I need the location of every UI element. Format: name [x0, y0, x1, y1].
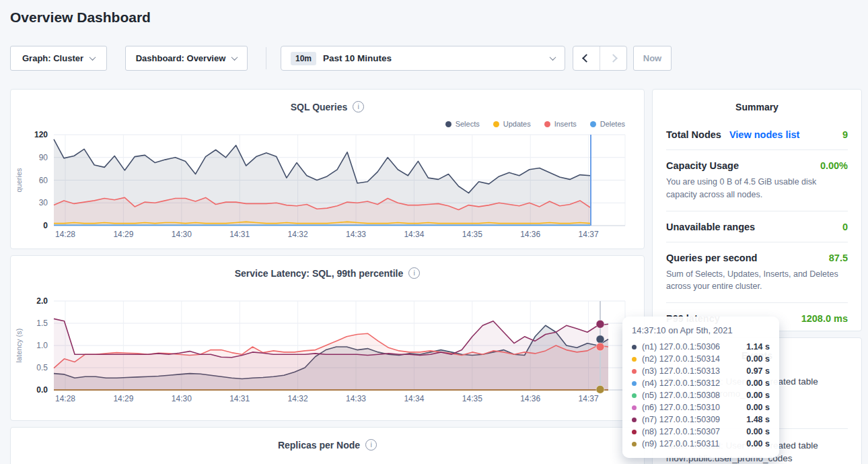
legend-item-deletes[interactable]: Deletes [590, 120, 625, 128]
legend-item-inserts[interactable]: Inserts [544, 120, 577, 128]
node-color-dot [632, 430, 637, 434]
chart-title-sql-queries: SQL Queries [291, 102, 348, 112]
legend-item-updates[interactable]: Updates [493, 120, 531, 128]
chart-title-replicas-per-node: Replicas per Node [278, 440, 360, 451]
time-range-label: Past 10 Minutes [323, 53, 392, 63]
legend-dot-inserts [544, 121, 550, 127]
svg-text:1.5: 1.5 [36, 319, 48, 328]
dashboard-dropdown-label: Dashboard: Overview [136, 53, 226, 63]
unavailable-ranges-value: 0 [842, 222, 848, 232]
view-nodes-list-link[interactable]: View nodes list [729, 129, 800, 140]
chevron-left-icon [582, 54, 591, 63]
svg-text:0.0: 0.0 [36, 385, 48, 395]
legend-label: Updates [503, 120, 531, 128]
svg-text:0: 0 [43, 221, 48, 230]
node-latency-value: 0.00 s [746, 378, 770, 388]
node-color-dot [632, 418, 637, 422]
node-latency-value: 1.48 s [746, 415, 770, 424]
graph-dropdown-label: Graph: Cluster [22, 53, 83, 63]
svg-text:14:30: 14:30 [172, 394, 192, 403]
svg-text:0.5: 0.5 [36, 363, 48, 372]
node-latency-value: 0.00 s [746, 354, 770, 364]
svg-text:90: 90 [39, 153, 48, 162]
svg-text:14:32: 14:32 [288, 394, 308, 403]
node-address: (n8) 127.0.0.1:50307 [642, 427, 720, 436]
time-next-button[interactable] [600, 46, 626, 70]
node-latency-value: 0.00 s [746, 427, 770, 436]
svg-text:14:34: 14:34 [404, 394, 424, 403]
chart-hover-tooltip: 14:37:10 on Apr 5th, 2021 (n1) 127.0.0.1… [622, 317, 779, 458]
svg-text:14:31: 14:31 [229, 230, 250, 239]
legend-label: Selects [456, 120, 480, 128]
dashboard-dropdown[interactable]: Dashboard: Overview [125, 46, 248, 71]
summary-row-unavailable-ranges: Unavailable ranges 0 [666, 211, 848, 242]
total-nodes-label: Total Nodes [666, 129, 721, 140]
legend-dot-deletes [590, 121, 596, 127]
sql-queries-plot[interactable]: 14:2814:2914:3014:3114:3214:3314:3414:35… [11, 129, 645, 247]
service-latency-plot[interactable]: 14:2814:2914:3014:3114:3214:3314:3414:35… [11, 295, 645, 406]
node-color-dot [632, 405, 637, 410]
tooltip-row-n7: (n7) 127.0.0.1:503091.48 s [632, 413, 770, 426]
svg-text:14:35: 14:35 [462, 230, 482, 239]
graph-dropdown[interactable]: Graph: Cluster [10, 46, 107, 71]
svg-text:14:35: 14:35 [462, 394, 482, 403]
time-prev-button[interactable] [573, 46, 600, 70]
node-address: (n4) 127.0.0.1:50312 [642, 378, 720, 388]
svg-text:14:33: 14:33 [346, 230, 366, 239]
chart-title-service-latency: Service Latency: SQL, 99th percentile [235, 268, 404, 279]
node-latency-value: 0.00 s [746, 439, 770, 449]
tooltip-row-n9: (n9) 127.0.0.1:503110.00 s [632, 438, 770, 450]
svg-text:14:37: 14:37 [579, 230, 599, 239]
queries-per-second-label: Queries per second [666, 253, 757, 263]
svg-text:14:28: 14:28 [55, 394, 75, 403]
svg-text:14:36: 14:36 [520, 394, 540, 403]
chevron-down-icon [550, 54, 556, 61]
legend-dot-selects [445, 121, 451, 127]
node-latency-value: 0.97 s [746, 366, 770, 376]
time-range-badge: 10m [291, 52, 316, 65]
tooltip-row-n1: (n1) 127.0.0.1:503061.14 s [632, 341, 770, 353]
info-icon[interactable]: i [365, 439, 377, 451]
svg-text:30: 30 [39, 198, 48, 207]
info-icon[interactable]: i [353, 101, 364, 112]
summary-row-capacity-usage: Capacity Usage 0.00% You are using 0 B o… [666, 150, 848, 211]
node-address: (n3) 127.0.0.1:50313 [642, 366, 720, 376]
node-address: (n2) 127.0.0.1:50314 [642, 354, 720, 364]
node-color-dot [632, 442, 637, 446]
queries-per-second-caption: Sum of Selects, Updates, Inserts, and De… [666, 268, 848, 294]
replicas-per-node-chart-card: Replicas per Node i [10, 427, 645, 464]
svg-text:14:30: 14:30 [172, 230, 192, 239]
svg-text:14:29: 14:29 [113, 394, 133, 403]
node-color-dot [632, 393, 637, 398]
chart-legend: Selects Updates Inserts Deletes [445, 120, 625, 128]
node-color-dot [632, 357, 637, 362]
node-latency-value: 0.00 s [746, 391, 770, 400]
node-color-dot [632, 381, 637, 386]
legend-label: Deletes [600, 120, 625, 128]
tooltip-row-n4: (n4) 127.0.0.1:503120.00 s [632, 377, 770, 389]
svg-text:latency (s): latency (s) [15, 329, 23, 363]
page-title: Overview Dashboard [10, 9, 151, 26]
node-address: (n5) 127.0.0.1:50308 [642, 391, 720, 400]
time-range-picker[interactable]: 10m Past 10 Minutes [281, 46, 565, 71]
info-icon[interactable]: i [408, 267, 420, 279]
tooltip-row-n5: (n5) 127.0.0.1:503080.00 s [632, 389, 770, 401]
svg-text:1.0: 1.0 [36, 341, 48, 350]
node-color-dot [632, 369, 637, 374]
total-nodes-value: 9 [842, 129, 848, 140]
tooltip-row-n3: (n3) 127.0.0.1:503130.97 s [632, 365, 770, 377]
svg-text:queries: queries [15, 168, 23, 193]
sql-queries-chart-card: SQL Queries i Selects Updates Inserts De… [10, 89, 645, 249]
svg-text:14:29: 14:29 [113, 230, 133, 239]
unavailable-ranges-label: Unavailable ranges [666, 222, 755, 232]
now-button[interactable]: Now [633, 46, 672, 71]
node-latency-value: 1.14 s [746, 342, 770, 352]
svg-text:120: 120 [34, 130, 48, 139]
chevron-down-icon [89, 54, 96, 61]
node-address: (n1) 127.0.0.1:50306 [642, 342, 720, 352]
tooltip-row-n2: (n2) 127.0.0.1:503140.00 s [632, 353, 770, 365]
svg-text:14:37: 14:37 [579, 394, 599, 403]
legend-item-selects[interactable]: Selects [445, 120, 480, 128]
summary-row-total-nodes: Total Nodes View nodes list 9 [666, 119, 848, 150]
legend-dot-updates [493, 121, 499, 127]
